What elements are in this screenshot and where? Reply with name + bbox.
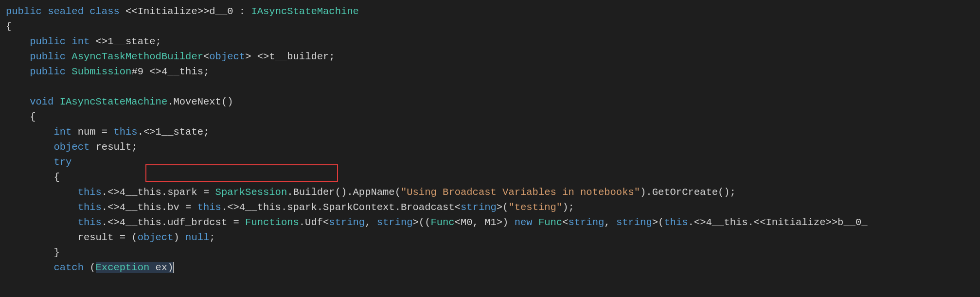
keyword-object: object <box>138 232 174 243</box>
angle-close: >( <box>497 202 509 213</box>
local-name: ex) <box>149 262 173 273</box>
comma: , <box>365 217 377 228</box>
code-block: public sealed class <<Initialize>>d__0 :… <box>0 0 980 279</box>
member-access: .<>4__this.spark.SparkContext. <box>221 202 401 213</box>
method-chain: .Builder().AppName( <box>287 187 401 198</box>
keyword-public: public <box>6 6 42 17</box>
method-name: Broadcast< <box>401 202 461 213</box>
terminator: ); <box>562 202 574 213</box>
keyword-string: string <box>616 217 652 228</box>
angle-open: < <box>562 217 568 228</box>
keyword-null: null <box>185 232 209 243</box>
member-access: .<>4__this.spark = <box>102 187 215 198</box>
paren-chunk: ) <box>173 232 185 243</box>
string-literal: "Using Broadcast Variables in notebooks" <box>401 187 640 198</box>
code-line: object result; <box>6 141 138 153</box>
code-line: this.<>4__this.udf_brdcst = Functions.Ud… <box>6 217 868 228</box>
code-line: this.<>4__this.spark = SparkSession.Buil… <box>6 187 736 198</box>
field-decl: #9 <>4__this; <box>131 66 209 77</box>
keyword-string: string <box>461 202 497 213</box>
assignment: result = ( <box>6 232 138 243</box>
code-line: { <box>6 172 60 183</box>
paren-open: ( <box>84 262 96 273</box>
keyword-public: public <box>30 66 66 77</box>
code-line: try <box>6 157 71 168</box>
code-line: { <box>6 21 12 32</box>
local-decl: result; <box>89 141 137 153</box>
type-functions: Functions <box>245 217 299 228</box>
code-line: } <box>6 247 60 258</box>
class-name: <<Initialize>>d__0 : <box>125 6 251 17</box>
method-chain: ).GetOrCreate(); <box>640 187 736 198</box>
field-decl: <>1__state; <box>89 36 161 47</box>
keyword-string: string <box>377 217 413 228</box>
code-line: result = (object) null; <box>6 232 215 243</box>
member-access: .<>4__this.udf_brdcst = <box>102 217 245 228</box>
type-func: Func <box>538 217 562 228</box>
space <box>533 217 538 228</box>
keyword-object: object <box>53 141 89 153</box>
keyword-this: this <box>664 217 688 228</box>
angle-open: < <box>203 51 209 62</box>
keyword-this: this <box>78 202 102 213</box>
paren-chunk: >( <box>652 217 664 228</box>
type-submission: Submission <box>71 66 131 77</box>
keyword-void: void <box>30 96 53 107</box>
keyword-class: class <box>89 6 120 17</box>
method-name: .MoveNext() <box>167 96 233 107</box>
code-line: this.<>4__this.bv = this.<>4__this.spark… <box>6 202 574 213</box>
text-cursor <box>173 262 174 273</box>
code-line: public AsyncTaskMethodBuilder<object> <>… <box>6 51 335 62</box>
type-exception: Exception <box>96 262 150 273</box>
string-literal: "testing" <box>508 202 562 213</box>
type-func: Func <box>430 217 454 228</box>
comma: , <box>604 217 616 228</box>
keyword-sealed: sealed <box>48 6 84 17</box>
interface-name: IAsyncStateMachine <box>251 6 358 17</box>
keyword-string: string <box>329 217 365 228</box>
code-line: public sealed class <<Initialize>>d__0 :… <box>6 6 359 17</box>
keyword-new: new <box>515 217 533 228</box>
field-decl: > <>t__builder; <box>245 51 335 62</box>
paren-chunk: >(( <box>413 217 431 228</box>
keyword-int: int <box>71 36 89 47</box>
local-decl: num = <box>71 126 113 138</box>
code-line: { <box>6 111 36 122</box>
code-line: public Submission#9 <>4__this; <box>6 66 209 77</box>
keyword-public: public <box>30 51 66 62</box>
keyword-object: object <box>209 51 245 62</box>
keyword-this: this <box>197 202 221 213</box>
terminator: ; <box>209 232 215 243</box>
keyword-public: public <box>30 36 66 47</box>
type-sparksession: SparkSession <box>215 187 287 198</box>
keyword-this: this <box>78 217 102 228</box>
interface-ref: IAsyncStateMachine <box>60 96 167 107</box>
generic-args: <M0, M1>) <box>455 217 515 228</box>
member-access: .<>1__state; <box>138 126 210 138</box>
keyword-string: string <box>568 217 604 228</box>
code-line: int num = this.<>1__state; <box>6 126 209 138</box>
keyword-try: try <box>53 157 71 168</box>
member-access: .<>4__this.bv = <box>102 202 197 213</box>
code-line: catch (Exception ex) <box>6 262 174 273</box>
keyword-this: this <box>113 126 137 138</box>
keyword-catch: catch <box>53 262 84 273</box>
member-access: .<>4__this.<<Initialize>>b__0_ <box>688 217 868 228</box>
type-builder: AsyncTaskMethodBuilder <box>71 51 203 62</box>
code-line: public int <>1__state; <box>6 36 161 47</box>
keyword-int: int <box>53 126 71 138</box>
keyword-this: this <box>78 187 102 198</box>
method-name: .Udf< <box>299 217 329 228</box>
code-line: void IAsyncStateMachine.MoveNext() <box>6 96 233 107</box>
